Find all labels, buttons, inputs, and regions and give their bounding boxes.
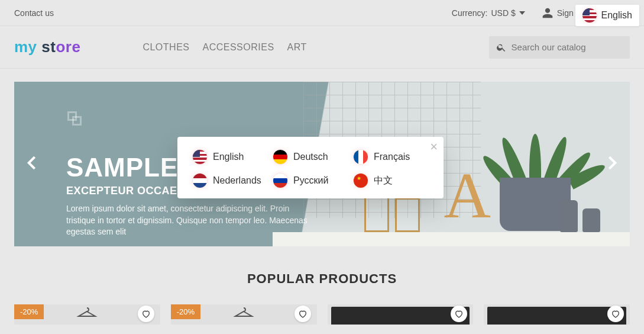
discount-badge: -20%	[171, 304, 200, 319]
product-card[interactable]: -20%	[14, 304, 160, 325]
ru-flag-icon	[273, 174, 287, 188]
nav-accessories[interactable]: ACCESSORIES	[202, 42, 274, 53]
nl-flag-icon	[193, 174, 207, 188]
search-icon	[496, 41, 507, 53]
lang-option-francais[interactable]: Français	[354, 150, 428, 164]
lang-label: Français	[374, 152, 410, 162]
main-header: my store CLOTHES ACCESSORIES ART	[0, 26, 644, 69]
us-flag-icon	[193, 150, 207, 164]
lang-option-chinese[interactable]: 中文	[354, 174, 428, 188]
lang-label: Nederlands	[213, 175, 261, 186]
product-grid: -20% -20%	[0, 287, 644, 325]
chevron-down-icon	[519, 11, 525, 15]
lang-label: 中文	[374, 175, 393, 187]
lang-label: Русский	[293, 175, 328, 186]
wishlist-button[interactable]	[295, 306, 311, 322]
contact-us-link[interactable]: Contact us	[14, 8, 54, 18]
product-card[interactable]	[484, 304, 630, 325]
section-title: POPULAR PRODUCTS	[0, 271, 644, 287]
plant-decor	[476, 86, 588, 187]
candle-decor	[560, 200, 600, 232]
currency-value: USD $	[491, 8, 516, 18]
wishlist-button[interactable]	[138, 306, 154, 322]
lang-label: Deutsch	[293, 152, 328, 162]
currency-label: Currency:	[452, 8, 488, 18]
hero-body: Lorem ipsum dolor sit amet, consectetur …	[66, 203, 321, 238]
currency-selector[interactable]: Currency: USD $	[452, 8, 525, 18]
wishlist-button[interactable]	[607, 306, 624, 322]
lang-option-russian[interactable]: Русский	[273, 174, 348, 188]
search-box[interactable]	[489, 36, 630, 59]
main-nav: CLOTHES ACCESSORIES ART	[143, 42, 306, 53]
lang-option-nederlands[interactable]: Nederlands	[193, 174, 267, 188]
nav-art[interactable]: ART	[287, 42, 307, 53]
store-logo[interactable]: my store	[14, 38, 80, 56]
top-bar: Contact us Currency: USD $ Sign in Cart	[0, 0, 644, 26]
carousel-prev-button[interactable]	[21, 153, 41, 175]
language-grid: English Deutsch Français Nederlands Русс…	[193, 150, 428, 188]
lang-option-english[interactable]: English	[193, 150, 267, 164]
close-button[interactable]: ×	[430, 140, 438, 153]
hanger-icon	[76, 306, 98, 322]
product-screen	[487, 307, 626, 325]
language-pill-label: English	[601, 10, 632, 21]
product-card[interactable]	[328, 304, 474, 325]
us-flag-icon	[582, 8, 597, 23]
letter-decor: A	[444, 158, 491, 233]
lang-label: English	[213, 152, 244, 162]
lang-option-deutsch[interactable]: Deutsch	[273, 150, 348, 164]
person-icon	[542, 7, 554, 19]
discount-badge: -20%	[14, 304, 44, 319]
carousel-next-button[interactable]	[603, 153, 623, 175]
search-input[interactable]	[512, 42, 623, 52]
language-switcher-pill[interactable]: English	[575, 5, 639, 26]
fr-flag-icon	[354, 150, 368, 164]
de-flag-icon	[273, 150, 287, 164]
product-screen	[331, 307, 470, 325]
nav-clothes[interactable]: CLOTHES	[143, 42, 189, 53]
cn-flag-icon	[354, 174, 368, 188]
product-card[interactable]: -20%	[171, 304, 317, 325]
language-modal: × English Deutsch Français Nederlands Ру…	[177, 137, 444, 198]
hanger-icon	[233, 306, 254, 322]
